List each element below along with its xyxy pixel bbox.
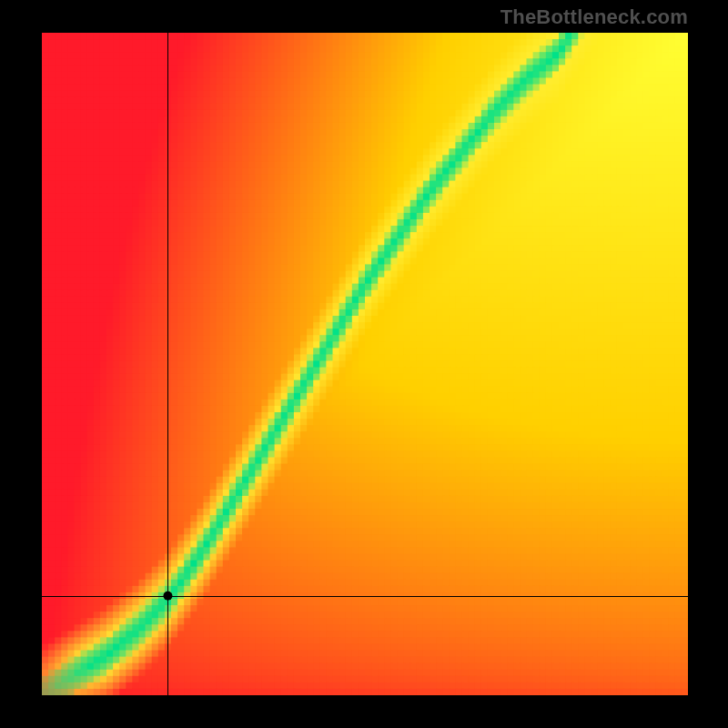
watermark-label: TheBottleneck.com <box>500 5 688 29</box>
heatmap-canvas <box>42 33 688 695</box>
heatmap-plot <box>42 33 688 695</box>
